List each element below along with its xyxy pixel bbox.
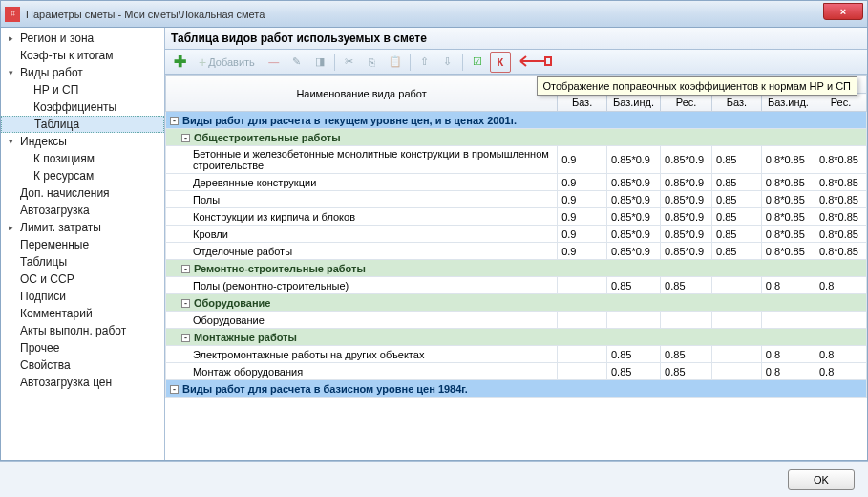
table-row[interactable]: Полы (ремонтно-строительные)0.850.850.80… (166, 277, 867, 294)
col-name-header[interactable]: Наименование вида работ (166, 76, 558, 112)
value-cell[interactable]: 0.8*0.85 (761, 243, 815, 260)
col-sub-4[interactable]: Баз.инд. (761, 94, 815, 112)
table-row[interactable]: Полы0.90.85*0.90.85*0.90.850.8*0.850.8*0… (166, 191, 867, 208)
value-cell[interactable]: 0.8*0.85 (815, 174, 867, 191)
value-cell[interactable] (712, 312, 762, 329)
remove-button[interactable]: — (264, 52, 285, 73)
value-cell[interactable]: 0.9 (558, 191, 607, 208)
sidebar-item[interactable]: Таблица (1, 116, 164, 133)
value-cell[interactable] (712, 363, 762, 380)
up-icon[interactable]: ⇧ (414, 52, 435, 73)
value-cell[interactable]: 0.85*0.9 (661, 174, 712, 191)
sidebar-item[interactable]: ▾Виды работ (1, 64, 164, 81)
sidebar-item[interactable]: Подписи (1, 288, 164, 305)
col-sub-2[interactable]: Рес. (661, 94, 712, 112)
value-cell[interactable]: 0.8*0.85 (761, 174, 815, 191)
collapse-icon[interactable]: - (181, 299, 190, 308)
collapse-icon[interactable]: - (181, 334, 190, 342)
value-cell[interactable]: 0.8 (761, 277, 815, 294)
table-row[interactable]: Монтаж оборудования0.850.850.80.8 (166, 363, 867, 380)
table-row[interactable]: Кровли0.90.85*0.90.85*0.90.850.8*0.850.8… (166, 226, 867, 243)
table-row[interactable]: Оборудование (166, 312, 867, 329)
add-new-icon[interactable]: ✚ (169, 52, 190, 73)
value-cell[interactable]: 0.85*0.9 (661, 208, 712, 226)
value-cell[interactable]: 0.85*0.9 (661, 226, 712, 243)
sidebar-item[interactable]: Переменные (1, 236, 164, 253)
value-cell[interactable]: 0.85 (661, 277, 712, 294)
table-row[interactable]: -Виды работ для расчета в текущем уровне… (166, 112, 867, 129)
value-cell[interactable]: 0.85*0.9 (606, 174, 660, 191)
value-cell[interactable] (712, 346, 762, 363)
value-cell[interactable]: 0.85 (606, 363, 660, 380)
ok-button[interactable]: OK (788, 469, 855, 490)
value-cell[interactable]: 0.85*0.9 (606, 226, 660, 243)
value-cell[interactable]: 0.8*0.85 (761, 191, 815, 208)
table-row[interactable]: -Ремонтно-строительные работы (166, 260, 867, 277)
value-cell[interactable]: 0.85 (661, 346, 712, 363)
col-sub-5[interactable]: Рес. (815, 94, 867, 112)
value-cell[interactable] (558, 346, 607, 363)
sidebar-item[interactable]: Автозагрузка цен (1, 374, 164, 391)
collapse-icon[interactable]: - (181, 265, 190, 273)
table-row[interactable]: -Виды работ для расчета в базисном уровн… (166, 380, 867, 398)
value-cell[interactable] (558, 312, 607, 329)
table-row[interactable]: Деревянные конструкции0.90.85*0.90.85*0.… (166, 174, 867, 191)
value-cell[interactable]: 0.85 (661, 363, 712, 380)
value-cell[interactable]: 0.85 (712, 208, 762, 226)
value-cell[interactable] (661, 312, 712, 329)
sidebar-item[interactable]: Автозагрузка (1, 202, 164, 219)
table-row[interactable]: -Оборудование (166, 294, 867, 312)
value-cell[interactable]: 0.8*0.85 (761, 208, 815, 226)
table-wrap[interactable]: Наименование вида работ Поправочные к-ты… (165, 75, 867, 460)
coefficients-button[interactable]: К (490, 52, 511, 73)
value-cell[interactable]: 0.85*0.9 (606, 146, 660, 174)
value-cell[interactable]: 0.85*0.9 (661, 243, 712, 260)
value-cell[interactable]: 0.8*0.85 (815, 208, 867, 226)
value-cell[interactable]: 0.85 (712, 146, 762, 174)
value-cell[interactable]: 0.9 (558, 146, 607, 174)
value-cell[interactable] (761, 312, 815, 329)
value-cell[interactable]: 0.85 (712, 174, 762, 191)
table-row[interactable]: Отделочные работы0.90.85*0.90.85*0.90.85… (166, 243, 867, 260)
col-sub-0[interactable]: Баз. (558, 94, 607, 112)
sidebar-item[interactable]: Коэффициенты (1, 98, 164, 116)
col-sub-1[interactable]: Баз.инд. (606, 94, 660, 112)
sidebar-item[interactable]: Коэф-ты к итогам (1, 47, 164, 64)
copy-icon[interactable]: ⎘ (362, 52, 383, 73)
value-cell[interactable]: 0.8 (815, 346, 867, 363)
sidebar-item[interactable]: К ресурсам (1, 167, 164, 184)
value-cell[interactable]: 0.85 (712, 243, 762, 260)
value-cell[interactable]: 0.8*0.85 (815, 226, 867, 243)
value-cell[interactable]: 0.85*0.9 (606, 243, 660, 260)
collapse-icon[interactable]: - (181, 134, 190, 142)
sidebar-item[interactable]: НР и СП (1, 81, 164, 98)
value-cell[interactable]: 0.85*0.9 (606, 191, 660, 208)
sidebar[interactable]: ▸Регион и зонаКоэф-ты к итогам▾Виды рабо… (1, 28, 165, 460)
table-row[interactable]: -Монтажные работы (166, 329, 867, 346)
value-cell[interactable]: 0.9 (558, 243, 607, 260)
sidebar-item[interactable]: Комментарий (1, 305, 164, 322)
value-cell[interactable] (815, 312, 867, 329)
cut-icon[interactable]: ✂ (339, 52, 360, 73)
value-cell[interactable]: 0.85 (712, 226, 762, 243)
close-button[interactable]: × (823, 3, 863, 20)
paste-icon[interactable]: 📋 (385, 52, 406, 73)
check-icon[interactable]: ☑ (467, 52, 488, 73)
value-cell[interactable] (606, 312, 660, 329)
value-cell[interactable]: 0.8 (761, 346, 815, 363)
sidebar-item[interactable]: Свойства (1, 357, 164, 374)
value-cell[interactable]: 0.85 (712, 191, 762, 208)
sidebar-item[interactable]: Акты выполн. работ (1, 322, 164, 339)
value-cell[interactable] (558, 277, 607, 294)
table-row[interactable]: -Общестроительные работы (166, 129, 867, 146)
sidebar-item[interactable]: ОС и ССР (1, 270, 164, 288)
value-cell[interactable]: 0.8*0.85 (815, 191, 867, 208)
value-cell[interactable]: 0.8 (815, 277, 867, 294)
value-cell[interactable]: 0.8 (815, 363, 867, 380)
collapse-icon[interactable]: - (170, 117, 179, 125)
value-cell[interactable]: 0.8*0.85 (815, 243, 867, 260)
sidebar-item[interactable]: Прочее (1, 339, 164, 357)
edit-icon[interactable]: ✎ (286, 52, 307, 73)
value-cell[interactable]: 0.8*0.85 (815, 146, 867, 174)
eraser-icon[interactable]: ◨ (309, 52, 330, 73)
